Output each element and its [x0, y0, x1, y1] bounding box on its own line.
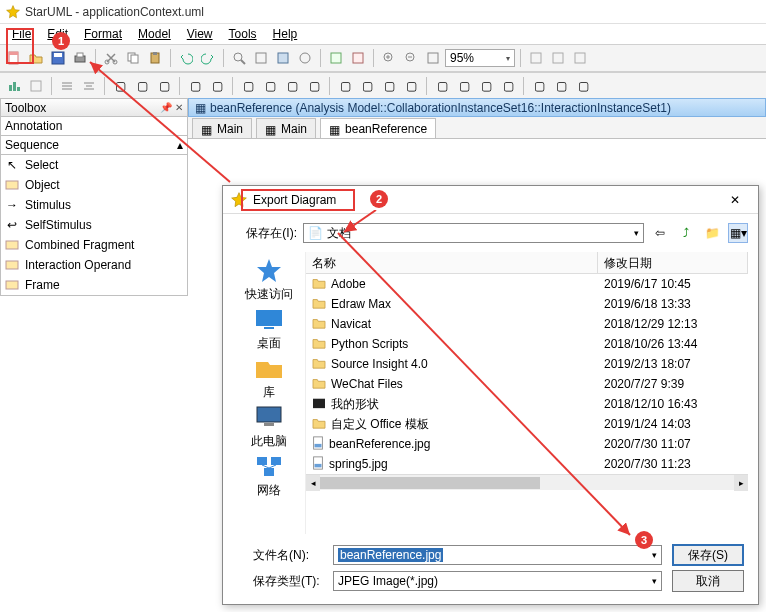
- file-row[interactable]: WeChat Files2020/7/27 9:39: [306, 374, 748, 394]
- redo-icon[interactable]: [198, 48, 218, 68]
- save-icon[interactable]: [48, 48, 68, 68]
- place-libraries[interactable]: 库: [235, 354, 303, 401]
- tool-stimulus[interactable]: →Stimulus: [1, 195, 187, 215]
- chevron-up-icon[interactable]: ▴: [177, 138, 183, 152]
- misc-icon-a[interactable]: [526, 48, 546, 68]
- scroll-thumb[interactable]: [320, 477, 540, 489]
- tool-icon-5[interactable]: [348, 48, 368, 68]
- sequence-header[interactable]: Sequence ▴: [0, 136, 188, 155]
- fmt-icon-23[interactable]: ▢: [551, 76, 571, 96]
- find-icon[interactable]: [229, 48, 249, 68]
- fmt-icon-19[interactable]: ▢: [454, 76, 474, 96]
- file-row[interactable]: spring5.jpg2020/7/30 11:23: [306, 454, 748, 474]
- new-folder-icon[interactable]: 📁: [702, 223, 722, 243]
- menu-model[interactable]: Model: [130, 25, 179, 43]
- save-button[interactable]: 保存(S): [672, 544, 744, 566]
- fmt-icon-12[interactable]: ▢: [282, 76, 302, 96]
- file-row[interactable]: Source Insight 4.02019/2/13 18:07: [306, 354, 748, 374]
- save-in-combo[interactable]: 📄文档 ▾: [303, 223, 644, 243]
- place-this-pc[interactable]: 此电脑: [235, 403, 303, 450]
- fmt-icon-3[interactable]: [57, 76, 77, 96]
- fmt-icon-10[interactable]: ▢: [238, 76, 258, 96]
- misc-icon-c[interactable]: [570, 48, 590, 68]
- fmt-icon-17[interactable]: ▢: [401, 76, 421, 96]
- file-row[interactable]: 自定义 Office 模板2019/1/24 14:03: [306, 414, 748, 434]
- zoom-fit-icon[interactable]: [423, 48, 443, 68]
- file-row[interactable]: Python Scripts2018/10/26 13:44: [306, 334, 748, 354]
- filename-input[interactable]: beanReference.jpg▾: [333, 545, 662, 565]
- cancel-button[interactable]: 取消: [672, 570, 744, 592]
- toolbox-pin-icon[interactable]: 📌 ✕: [160, 102, 183, 113]
- tool-icon[interactable]: [251, 48, 271, 68]
- annotation-header[interactable]: Annotation: [0, 117, 188, 136]
- svg-point-13: [234, 53, 242, 61]
- folder-icon: [312, 417, 326, 432]
- fmt-icon-6[interactable]: ▢: [132, 76, 152, 96]
- tab-beanreference[interactable]: ▦beanReference: [320, 118, 436, 138]
- fmt-icon-5[interactable]: ▢: [110, 76, 130, 96]
- zoom-combo[interactable]: 95%: [445, 49, 515, 67]
- fmt-icon-1[interactable]: [4, 76, 24, 96]
- open-icon[interactable]: [26, 48, 46, 68]
- menu-format[interactable]: Format: [76, 25, 130, 43]
- copy-icon[interactable]: [123, 48, 143, 68]
- menu-tools[interactable]: Tools: [221, 25, 265, 43]
- fmt-icon-21[interactable]: ▢: [498, 76, 518, 96]
- scroll-right-icon[interactable]: ▸: [734, 475, 748, 491]
- tool-select[interactable]: ↖Select: [1, 155, 187, 175]
- close-icon[interactable]: ✕: [720, 193, 750, 207]
- fmt-icon-14[interactable]: ▢: [335, 76, 355, 96]
- fmt-icon-2[interactable]: [26, 76, 46, 96]
- back-icon[interactable]: ⇦: [650, 223, 670, 243]
- fmt-icon-4[interactable]: [79, 76, 99, 96]
- col-name[interactable]: 名称: [306, 252, 598, 273]
- fmt-icon-24[interactable]: ▢: [573, 76, 593, 96]
- tab-main-2[interactable]: ▦Main: [256, 118, 316, 138]
- up-icon[interactable]: ⤴: [676, 223, 696, 243]
- place-quick-access[interactable]: 快速访问: [235, 256, 303, 303]
- file-row[interactable]: Navicat2018/12/29 12:13: [306, 314, 748, 334]
- filetype-combo[interactable]: JPEG Image(*.jpg)▾: [333, 571, 662, 591]
- zoom-in-icon[interactable]: [379, 48, 399, 68]
- tool-frame[interactable]: Frame: [1, 275, 187, 295]
- zoom-out-icon[interactable]: [401, 48, 421, 68]
- tool-object[interactable]: Object: [1, 175, 187, 195]
- scroll-left-icon[interactable]: ◂: [306, 475, 320, 491]
- undo-icon[interactable]: [176, 48, 196, 68]
- tool-combined-fragment[interactable]: Combined Fragment: [1, 235, 187, 255]
- new-icon[interactable]: [4, 48, 24, 68]
- view-mode-icon[interactable]: ▦▾: [728, 223, 748, 243]
- menu-file[interactable]: File: [4, 25, 39, 43]
- fmt-icon-20[interactable]: ▢: [476, 76, 496, 96]
- menu-view[interactable]: View: [179, 25, 221, 43]
- misc-icon-b[interactable]: [548, 48, 568, 68]
- fmt-icon-8[interactable]: ▢: [185, 76, 205, 96]
- tool-icon-4[interactable]: [326, 48, 346, 68]
- tab-main-1[interactable]: ▦Main: [192, 118, 252, 138]
- tool-icon-2[interactable]: [273, 48, 293, 68]
- file-row[interactable]: Edraw Max2019/6/18 13:33: [306, 294, 748, 314]
- fmt-icon-15[interactable]: ▢: [357, 76, 377, 96]
- cut-icon[interactable]: [101, 48, 121, 68]
- tool-icon-3[interactable]: [295, 48, 315, 68]
- fmt-icon-11[interactable]: ▢: [260, 76, 280, 96]
- paste-icon[interactable]: [145, 48, 165, 68]
- fmt-icon-9[interactable]: ▢: [207, 76, 227, 96]
- fmt-icon-16[interactable]: ▢: [379, 76, 399, 96]
- file-row[interactable]: Adobe2019/6/17 10:45: [306, 274, 748, 294]
- fmt-icon-7[interactable]: ▢: [154, 76, 174, 96]
- menu-help[interactable]: Help: [265, 25, 306, 43]
- svg-rect-4: [54, 53, 62, 57]
- print-icon[interactable]: [70, 48, 90, 68]
- file-row[interactable]: 我的形状2018/12/10 16:43: [306, 394, 748, 414]
- col-date[interactable]: 修改日期: [598, 252, 748, 273]
- fmt-icon-22[interactable]: ▢: [529, 76, 549, 96]
- fmt-icon-13[interactable]: ▢: [304, 76, 324, 96]
- tool-interaction-operand[interactable]: Interaction Operand: [1, 255, 187, 275]
- fmt-icon-18[interactable]: ▢: [432, 76, 452, 96]
- place-desktop[interactable]: 桌面: [235, 305, 303, 352]
- place-network[interactable]: 网络: [235, 452, 303, 499]
- tool-selfstimulus[interactable]: ↩SelfStimulus: [1, 215, 187, 235]
- horizontal-scrollbar[interactable]: ◂ ▸: [306, 474, 748, 490]
- file-row[interactable]: beanReference.jpg2020/7/30 11:07: [306, 434, 748, 454]
